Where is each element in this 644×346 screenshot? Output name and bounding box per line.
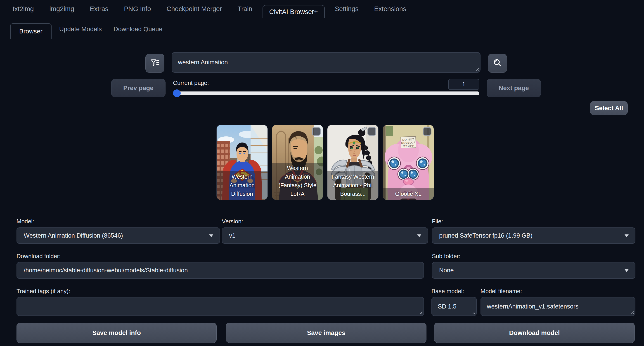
model-card-title: Western Animation Diffusion	[217, 171, 268, 200]
tab-browser[interactable]: Browser	[10, 23, 52, 39]
model-card-gallery: Western Animation Diffusion	[216, 125, 434, 200]
trained-tags-label: Trained tags (if any):	[16, 288, 70, 295]
tab-extras[interactable]: Extras	[84, 5, 114, 18]
tab-extensions[interactable]: Extensions	[368, 5, 412, 18]
base-model-input[interactable]: SD 1.5	[432, 297, 477, 316]
download-model-button[interactable]: Download model	[434, 323, 635, 343]
panel-border	[641, 39, 641, 346]
search-query-text: western Animation	[178, 59, 228, 66]
glootie-sign-line-3: MY APP	[403, 144, 414, 148]
model-dropdown[interactable]: Western Animation Diffusion (86546)	[16, 227, 220, 244]
sub-folder-label: Sub folder:	[432, 253, 460, 260]
model-filename-input[interactable]: westernAnimation_v1.safetensors	[480, 297, 636, 316]
tab-settings[interactable]: Settings	[330, 5, 364, 18]
save-model-info-button[interactable]: Save model info	[16, 323, 217, 343]
model-card-fantasy-western-animation-phil[interactable]: Fantasy Western Animation - Phil Bourass…	[327, 125, 378, 200]
save-images-button[interactable]: Save images	[226, 323, 426, 343]
tab-download-queue[interactable]: Download Queue	[110, 25, 166, 39]
tab-img2img[interactable]: img2img	[44, 5, 80, 18]
search-input[interactable]: western Animation	[172, 52, 480, 73]
download-folder-input[interactable]: /home/neimuc/stable-diffusion-webui/mode…	[16, 262, 424, 279]
tab-update-models[interactable]: Update Models	[55, 25, 106, 39]
main-tab-bar: txt2img img2img Extras PNG Info Checkpoi…	[0, 0, 644, 18]
model-card-western-animation-fantasy-lora[interactable]: Western Animation (Fantasy) Style LoRA	[272, 125, 323, 200]
model-card-title: Fantasy Western Animation - Phil Bourass…	[328, 171, 378, 200]
file-dropdown[interactable]: pruned SafeTensor fp16 (1.99 GB)	[432, 227, 636, 244]
filter-icon	[150, 58, 160, 69]
tab-txt2img[interactable]: txt2img	[7, 5, 39, 18]
model-card-western-animation-diffusion[interactable]: Western Animation Diffusion	[216, 125, 268, 200]
model-filename-value: westernAnimation_v1.safetensors	[487, 303, 578, 310]
chevron-down-icon	[624, 234, 628, 237]
resize-handle[interactable]	[419, 311, 422, 314]
chevron-down-icon	[624, 269, 628, 272]
chevron-down-icon	[209, 234, 213, 237]
sub-folder-dropdown-value: None	[439, 267, 454, 274]
next-page-button[interactable]: Next page	[486, 79, 541, 97]
tab-civitai-browser-plus[interactable]: CivitAI Browser+	[262, 5, 325, 18]
file-dropdown-value: pruned SafeTensor fp16 (1.99 GB)	[439, 232, 532, 239]
trained-tags-input[interactable]	[16, 297, 424, 316]
download-folder-label: Download folder:	[16, 253, 60, 260]
model-card-title: Glootie XL	[383, 188, 434, 200]
base-model-label: Base model:	[432, 288, 464, 295]
search-button[interactable]	[488, 54, 507, 73]
slider-handle[interactable]	[173, 89, 181, 97]
resize-handle[interactable]	[630, 311, 634, 314]
model-filename-label: Model filename:	[480, 288, 522, 295]
prev-page-button[interactable]: Prev page	[111, 79, 166, 97]
model-select-checkbox[interactable]	[368, 127, 376, 136]
filter-button[interactable]	[146, 54, 164, 73]
page-number-input[interactable]: 1	[448, 79, 480, 90]
model-card-title: Western Animation (Fantasy) Style LoRA	[272, 163, 323, 200]
version-dropdown[interactable]: v1	[222, 227, 428, 244]
tab-png-info[interactable]: PNG Info	[118, 5, 156, 18]
file-label: File:	[432, 218, 443, 225]
sub-tab-bar: Browser Update Models Download Queue	[9, 18, 641, 39]
version-dropdown-value: v1	[229, 232, 236, 239]
resize-handle[interactable]	[475, 68, 479, 71]
tab-checkpoint-merger[interactable]: Checkpoint Merger	[161, 5, 228, 18]
model-label: Model:	[16, 218, 34, 225]
chevron-down-icon	[417, 234, 421, 237]
sub-folder-dropdown[interactable]: None	[432, 262, 636, 279]
current-page-label: Current page:	[173, 79, 209, 86]
tab-train[interactable]: Train	[232, 5, 258, 18]
model-card-glootie-xl[interactable]: DO NOT DEVELOP MY APP	[382, 125, 434, 200]
current-page-slider[interactable]	[173, 91, 480, 95]
download-folder-value: /home/neimuc/stable-diffusion-webui/mode…	[24, 267, 188, 274]
search-icon	[492, 58, 503, 69]
version-label: Version:	[222, 218, 243, 225]
civitai-browser-page: txt2img img2img Extras PNG Info Checkpoi…	[0, 0, 644, 346]
model-select-checkbox[interactable]	[312, 127, 321, 136]
base-model-value: SD 1.5	[438, 303, 456, 310]
resize-handle[interactable]	[472, 311, 475, 314]
model-dropdown-value: Western Animation Diffusion (86546)	[24, 232, 123, 239]
select-all-button[interactable]: Select All	[590, 101, 628, 115]
model-select-checkbox[interactable]	[423, 127, 432, 136]
